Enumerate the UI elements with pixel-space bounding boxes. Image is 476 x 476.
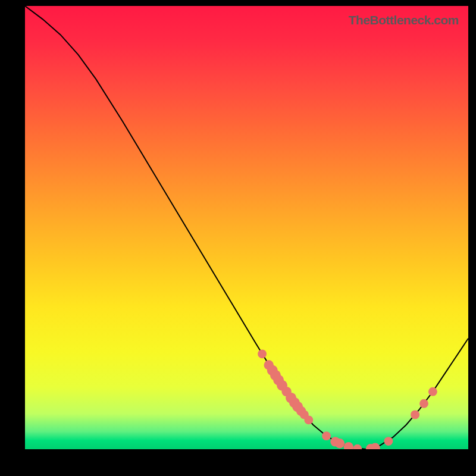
data-marker bbox=[370, 443, 380, 449]
bottleneck-curve bbox=[25, 6, 468, 449]
data-markers bbox=[258, 349, 437, 449]
data-marker bbox=[344, 442, 353, 449]
data-marker bbox=[428, 387, 437, 396]
data-marker bbox=[353, 444, 362, 449]
data-marker bbox=[322, 431, 331, 440]
data-marker bbox=[411, 410, 419, 419]
data-marker bbox=[384, 437, 393, 446]
attribution-label: TheBottleneck.com bbox=[349, 13, 459, 27]
data-marker bbox=[335, 439, 345, 448]
data-marker bbox=[304, 415, 313, 424]
data-marker bbox=[419, 399, 428, 408]
bottleneck-chart: TheBottleneck.com bbox=[25, 6, 468, 449]
chart-svg bbox=[25, 6, 468, 449]
data-marker bbox=[258, 349, 267, 358]
